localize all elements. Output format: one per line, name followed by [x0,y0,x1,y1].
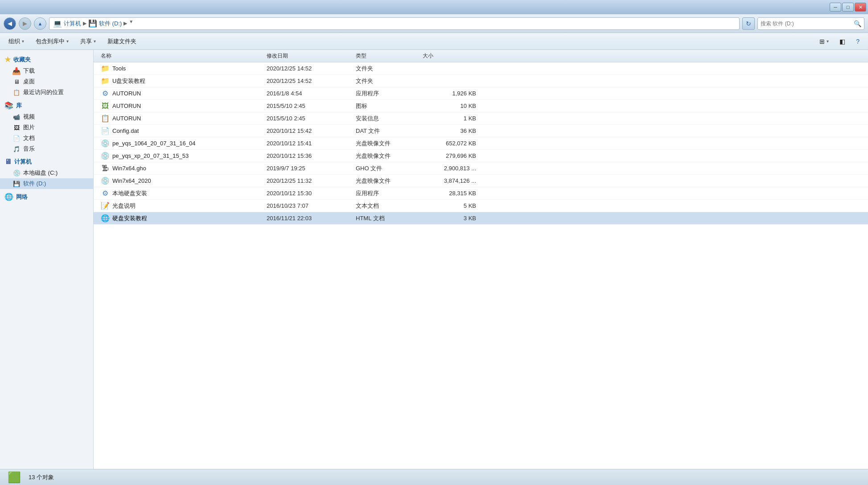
file-date: 2020/10/12 15:41 [267,140,356,147]
file-date: 2020/12/25 11:32 [267,177,356,184]
file-name-cell: 📋 AUTORUN [97,114,267,123]
table-row[interactable]: 💿 pe_yqs_xp_20_07_31_15_53 2020/10/12 15… [94,150,868,162]
file-type: 光盘映像文件 [356,152,423,160]
sidebar-item-desktop[interactable]: 🖥 桌面 [0,76,93,87]
minimize-button[interactable]: ─ [830,3,841,12]
search-input[interactable] [761,21,854,27]
table-row[interactable]: 🗜 Win7x64.gho 2019/9/7 19:25 GHO 文件 2,90… [94,162,868,175]
view-dropdown-icon: ▾ [827,39,829,44]
sidebar-item-music[interactable]: 🎵 音乐 [0,144,93,154]
file-icon: 💿 [101,139,110,148]
file-name-cell: 💿 pe_yqs_1064_20_07_31_16_04 [97,139,267,148]
help-button[interactable]: ? [851,35,864,48]
file-name: U盘安装教程 [112,77,145,85]
table-row[interactable]: 📝 光盘说明 2016/10/23 7:07 文本文档 5 KB [94,200,868,212]
file-rows-container: 📁 Tools 2020/12/25 14:52 文件夹 📁 U盘安装教程 20… [94,62,868,225]
table-row[interactable]: 💿 Win7x64_2020 2020/12/25 11:32 光盘映像文件 3… [94,175,868,187]
file-icon: 🌐 [101,214,110,223]
sidebar-item-download[interactable]: 📥 下载 [0,66,93,76]
main-layout: ★ 收藏夹 📥 下载 🖥 桌面 📋 最近访问的位置 📚 库 [0,50,868,469]
share-button[interactable]: 共享 ▾ [75,35,101,48]
file-date: 2016/10/23 7:07 [267,202,356,209]
table-row[interactable]: 🖼 AUTORUN 2015/5/10 2:45 图标 10 KB [94,100,868,112]
refresh-button[interactable]: ↻ [742,17,755,30]
file-name: pe_yqs_1064_20_07_31_16_04 [112,140,196,147]
file-type: HTML 文档 [356,214,423,222]
sidebar-item-soft-d[interactable]: 💾 软件 (D:) [0,178,93,189]
breadcrumb-drive[interactable]: 软件 (D:) [99,20,122,28]
sidebar-library-header[interactable]: 📚 库 [0,99,93,111]
sidebar-item-local-c[interactable]: 💿 本地磁盘 (C:) [0,168,93,178]
table-row[interactable]: 💿 pe_yqs_1064_20_07_31_16_04 2020/10/12 … [94,137,868,150]
organize-button[interactable]: 组织 ▾ [4,35,29,48]
include-library-button[interactable]: 包含到库中 ▾ [31,35,74,48]
video-icon: 📹 [12,113,21,121]
file-name-cell: ⚙ 本地硬盘安装 [97,189,267,198]
file-date: 2020/12/25 14:52 [267,78,356,84]
file-date: 2015/5/10 2:45 [267,115,356,122]
table-row[interactable]: 📁 Tools 2020/12/25 14:52 文件夹 [94,62,868,75]
col-header-type[interactable]: 类型 [356,52,423,60]
file-type: 应用程序 [356,90,423,98]
table-row[interactable]: ⚙ AUTORUN 2016/1/8 4:54 应用程序 1,926 KB [94,87,868,100]
file-name-cell: 💿 Win7x64_2020 [97,177,267,185]
sidebar-favorites-header[interactable]: ★ 收藏夹 [0,53,93,66]
close-button[interactable]: ✕ [855,3,866,12]
view-options-button[interactable]: ⊞ ▾ [815,35,834,48]
file-type: 光盘映像文件 [356,177,423,185]
preview-button[interactable]: ◧ [835,35,850,48]
file-name-cell: 🌐 硬盘安装教程 [97,214,267,223]
col-header-date[interactable]: 修改日期 [267,52,356,60]
pc-icon: 🖥 [4,158,12,166]
table-row[interactable]: ⚙ 本地硬盘安装 2020/10/12 15:30 应用程序 28,315 KB [94,187,868,200]
network-label: 网络 [16,193,28,201]
file-type: 文本文档 [356,202,423,210]
computer-icon: 💻 [53,19,62,28]
disk-d-icon: 💾 [12,180,21,188]
sidebar-item-document[interactable]: 📄 文档 [0,133,93,144]
search-icon[interactable]: 🔍 [854,20,861,27]
sidebar-item-image[interactable]: 🖼 图片 [0,122,93,133]
disk-icon: 💾 [88,19,97,28]
col-header-name[interactable]: 名称 [97,52,267,60]
forward-button[interactable]: ▶ [19,17,31,30]
favorites-label: 收藏夹 [13,56,31,64]
new-folder-button[interactable]: 新建文件夹 [103,35,141,48]
breadcrumb-dropdown[interactable]: ▼ [129,19,138,28]
file-type: 安装信息 [356,115,423,123]
up-button[interactable]: ▲ [34,17,46,30]
file-size: 652,072 KB [423,140,476,147]
sidebar-computer-header[interactable]: 🖥 计算机 [0,156,93,168]
file-size: 279,696 KB [423,152,476,159]
table-row[interactable]: 🌐 硬盘安装教程 2016/11/21 22:03 HTML 文档 3 KB [94,212,868,225]
table-row[interactable]: 📄 Config.dat 2020/10/12 15:42 DAT 文件 36 … [94,125,868,137]
sidebar-item-video[interactable]: 📹 视频 [0,111,93,122]
table-row[interactable]: 📁 U盘安装教程 2020/12/25 14:52 文件夹 [94,75,868,87]
star-icon: ★ [4,55,11,64]
search-box: 🔍 [757,17,864,30]
video-label: 视频 [23,113,35,121]
col-header-size[interactable]: 大小 [423,52,476,60]
file-date: 2016/1/8 4:54 [267,90,356,97]
sidebar-network-header[interactable]: 🌐 网络 [0,191,93,203]
file-icon: 💿 [101,177,110,185]
file-list-header: 名称 修改日期 类型 大小 [94,50,868,62]
file-name-cell: 🗜 Win7x64.gho [97,164,267,173]
file-name: 硬盘安装教程 [112,214,147,222]
image-label: 图片 [23,123,35,132]
sidebar-section-library: 📚 库 📹 视频 🖼 图片 📄 文档 🎵 音乐 [0,99,93,154]
file-date: 2015/5/10 2:45 [267,103,356,109]
organize-dropdown-icon: ▾ [22,39,24,44]
file-icon: 📁 [101,64,110,73]
breadcrumb-computer[interactable]: 计算机 [64,20,81,28]
file-type: 光盘映像文件 [356,140,423,148]
disk-c-icon: 💿 [12,169,21,177]
maximize-button[interactable]: □ [842,3,854,12]
back-button[interactable]: ◀ [4,17,16,30]
sidebar-item-recent[interactable]: 📋 最近访问的位置 [0,87,93,98]
document-icon: 📄 [12,134,21,142]
file-name-cell: 📁 Tools [97,64,267,73]
sidebar-section-favorites: ★ 收藏夹 📥 下载 🖥 桌面 📋 最近访问的位置 [0,53,93,98]
table-row[interactable]: 📋 AUTORUN 2015/5/10 2:45 安装信息 1 KB [94,112,868,125]
doc-label: 文档 [23,134,35,142]
